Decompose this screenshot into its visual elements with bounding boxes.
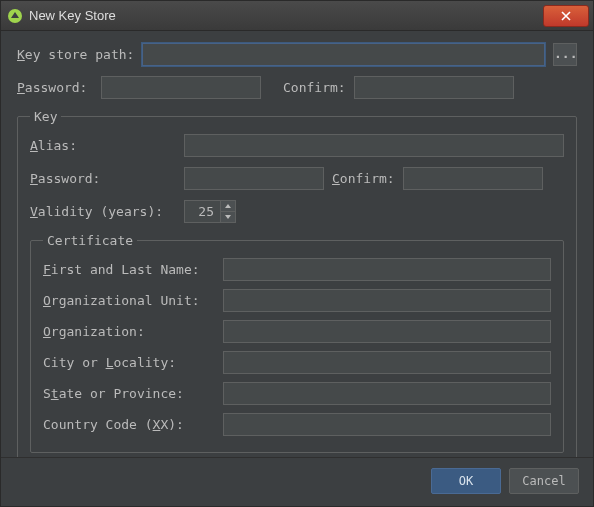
app-icon (7, 8, 23, 24)
spinner-down-button[interactable] (221, 212, 235, 222)
validity-row: Validity (years): (30, 200, 564, 223)
key-legend: Key (30, 109, 61, 124)
alias-row: Alias: (30, 134, 564, 157)
city-label: City or Locality: (43, 355, 215, 370)
city-input[interactable] (223, 351, 551, 374)
country-input[interactable] (223, 413, 551, 436)
state-input[interactable] (223, 382, 551, 405)
button-bar: OK Cancel (1, 457, 593, 506)
country-row: Country Code (XX): (43, 413, 551, 436)
validity-spinner[interactable] (184, 200, 236, 223)
org-unit-label: Organizational Unit: (43, 293, 215, 308)
keystore-path-input[interactable] (142, 43, 545, 66)
org-row: Organization: (43, 320, 551, 343)
keystore-path-row: Key store path: ... (17, 43, 577, 66)
first-name-row: First and Last Name: (43, 258, 551, 281)
password-input[interactable] (101, 76, 261, 99)
key-confirm-label: Confirm: (332, 171, 395, 186)
password-row: Password: Confirm: (17, 76, 577, 99)
key-confirm-input[interactable] (403, 167, 543, 190)
confirm-input[interactable] (354, 76, 514, 99)
validity-label: Validity (years): (30, 204, 176, 219)
chevron-down-icon (225, 215, 231, 219)
close-icon (561, 11, 571, 21)
state-label: State or Province: (43, 386, 215, 401)
dialog-window: New Key Store Key store path: ... Passwo… (0, 0, 594, 507)
confirm-label: Confirm: (283, 80, 346, 95)
validity-input[interactable] (184, 200, 220, 223)
key-password-input[interactable] (184, 167, 324, 190)
dialog-content: Key store path: ... Password: Confirm: K… (1, 31, 593, 457)
key-password-row: Password: Confirm: (30, 167, 564, 190)
alias-label: Alias: (30, 138, 176, 153)
key-password-label: Password: (30, 171, 176, 186)
ok-button[interactable]: OK (431, 468, 501, 494)
cancel-button[interactable]: Cancel (509, 468, 579, 494)
titlebar: New Key Store (1, 1, 593, 31)
alias-input[interactable] (184, 134, 564, 157)
state-row: State or Province: (43, 382, 551, 405)
window-title: New Key Store (29, 8, 543, 23)
city-row: City or Locality: (43, 351, 551, 374)
org-unit-input[interactable] (223, 289, 551, 312)
browse-button[interactable]: ... (553, 43, 577, 66)
keystore-path-label: Key store path: (17, 47, 134, 62)
country-label: Country Code (XX): (43, 417, 215, 432)
key-fieldset: Key Alias: Password: Confirm: Validity (… (17, 109, 577, 457)
org-label: Organization: (43, 324, 215, 339)
password-label: Password: (17, 80, 93, 95)
first-name-input[interactable] (223, 258, 551, 281)
spinner-up-button[interactable] (221, 201, 235, 212)
close-button[interactable] (543, 5, 589, 27)
org-input[interactable] (223, 320, 551, 343)
chevron-up-icon (225, 204, 231, 208)
org-unit-row: Organizational Unit: (43, 289, 551, 312)
first-name-label: First and Last Name: (43, 262, 215, 277)
certificate-legend: Certificate (43, 233, 137, 248)
certificate-fieldset: Certificate First and Last Name: Organiz… (30, 233, 564, 453)
